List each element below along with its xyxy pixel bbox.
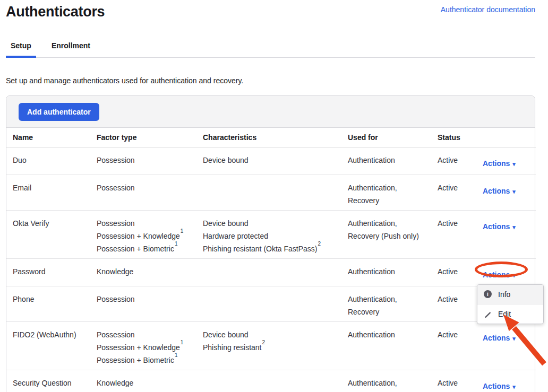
cell-line: Knowledge <box>97 265 196 278</box>
cell-factor-type: Knowledge <box>90 258 196 286</box>
cell-line: Device bound <box>203 217 341 230</box>
add-authenticator-button[interactable]: Add authenticator <box>19 103 99 121</box>
actions-dropdown-menu: Info Edit <box>477 284 544 324</box>
cell-status: Active <box>431 370 476 392</box>
tab-enrollment[interactable]: Enrollment <box>47 41 95 58</box>
column-header-actions <box>476 128 536 147</box>
tab-bar: Setup Enrollment <box>6 41 535 58</box>
cell-actions: Actions▾ <box>476 175 536 210</box>
chevron-down-icon: ▾ <box>512 335 516 342</box>
footnote-marker: 2 <box>318 241 321 247</box>
cell-line: Authentication <box>348 265 431 278</box>
column-header-used-for: Used for <box>341 128 431 147</box>
cell-line: Hardware protected <box>203 230 341 242</box>
cell-actions: Actions▾ Info Edit <box>476 258 536 286</box>
cell-line: Recovery <box>348 194 431 207</box>
actions-button-security-question[interactable]: Actions▾ <box>483 382 516 390</box>
cell-line: Possession <box>97 217 196 230</box>
footnote-marker: 1 <box>181 339 184 345</box>
cell-name: FIDO2 (WebAuthn) <box>6 321 90 370</box>
cell-used-for: Authentication,Recovery <box>341 370 431 392</box>
cell-line: Phishing resistant2 <box>203 341 341 354</box>
column-header-characteristics: Characteristics <box>196 128 341 147</box>
cell-status: Active <box>431 210 476 258</box>
dropdown-item-edit[interactable]: Edit <box>477 304 543 324</box>
cell-actions: Actions▾ <box>476 370 536 392</box>
table-header-row: Name Factor type Characteristics Used fo… <box>6 128 536 147</box>
cell-line: Device bound <box>203 154 341 167</box>
cell-characteristics <box>196 370 341 392</box>
cell-line: Possession + Knowledge1 <box>97 230 196 242</box>
table-row-email: EmailPossessionAuthentication,RecoveryAc… <box>6 175 536 210</box>
cell-characteristics <box>196 258 341 286</box>
cell-factor-type: Knowledge <box>90 370 196 392</box>
column-header-name: Name <box>6 128 90 147</box>
cell-actions: Actions▾ <box>476 147 536 175</box>
dropdown-item-edit-label: Edit <box>498 308 511 320</box>
cell-line: Possession <box>97 154 196 167</box>
cell-factor-type: Possession <box>90 286 196 321</box>
cell-status: Active <box>431 286 476 321</box>
actions-button-okta-verify[interactable]: Actions▾ <box>483 222 516 231</box>
cell-name: Okta Verify <box>6 210 90 258</box>
cell-used-for: Authentication <box>341 258 431 286</box>
cell-status: Active <box>431 147 476 175</box>
cell-line: Phishing resistant (Okta FastPass)2 <box>203 242 341 255</box>
authenticators-card: Add authenticator Name Factor type Chara… <box>6 95 535 392</box>
cell-used-for: Authentication,Recovery (Push only) <box>341 210 431 258</box>
chevron-down-icon: ▾ <box>512 161 516 167</box>
authenticators-page: Authenticators Authenticator documentati… <box>6 0 535 392</box>
cell-line: Knowledge <box>97 377 196 389</box>
cell-line: Possession <box>97 181 196 194</box>
cell-line: Recovery (Push only) <box>348 230 431 242</box>
page-header: Authenticators Authenticator documentati… <box>6 3 535 20</box>
cell-line: Device bound <box>203 328 341 341</box>
edit-icon <box>484 310 492 318</box>
cell-used-for: Authentication,Recovery <box>341 286 431 321</box>
cell-actions: Actions▾ <box>476 210 536 258</box>
footnote-marker: 1 <box>175 241 178 247</box>
page-description: Set up and manage authenticators used fo… <box>6 75 535 86</box>
cell-line: Possession + Biometric1 <box>97 242 196 255</box>
column-header-factor-type: Factor type <box>90 128 196 147</box>
authenticators-table: Name Factor type Characteristics Used fo… <box>6 128 536 392</box>
cell-characteristics: Device boundHardware protectedPhishing r… <box>196 210 341 258</box>
actions-button-password[interactable]: Actions▾ <box>483 271 516 279</box>
cell-line: Authentication <box>348 154 431 167</box>
chevron-down-icon: ▾ <box>512 272 516 278</box>
cell-factor-type: PossessionPossession + Knowledge1Possess… <box>90 210 196 258</box>
table-row-duo: DuoPossessionDevice boundAuthenticationA… <box>6 147 536 175</box>
cell-characteristics: Device bound <box>196 147 341 175</box>
footnote-marker: 1 <box>181 228 184 234</box>
authenticator-documentation-link[interactable]: Authenticator documentation <box>441 5 535 14</box>
cell-used-for: Authentication <box>341 147 431 175</box>
cell-line: Possession <box>97 293 196 306</box>
cell-name: Password <box>6 258 90 286</box>
actions-button-email[interactable]: Actions▾ <box>483 187 516 195</box>
cell-factor-type: PossessionPossession + Knowledge1Possess… <box>90 321 196 370</box>
cell-name: Email <box>6 175 90 210</box>
actions-button-fido2-webauthn[interactable]: Actions▾ <box>483 334 516 342</box>
cell-line: Authentication, <box>348 217 431 230</box>
cell-line: Authentication, <box>348 181 431 194</box>
column-header-status: Status <box>431 128 476 147</box>
dropdown-item-info[interactable]: Info <box>477 285 543 304</box>
footnote-marker: 1 <box>175 352 178 358</box>
table-row-fido2-webauthn: FIDO2 (WebAuthn)PossessionPossession + K… <box>6 321 536 370</box>
cell-characteristics <box>196 175 341 210</box>
cell-actions: Actions▾ <box>476 321 536 370</box>
table-row-password: PasswordKnowledgeAuthenticationActiveAct… <box>6 258 536 286</box>
cell-factor-type: Possession <box>90 147 196 175</box>
cell-line: Possession + Knowledge1 <box>97 341 196 354</box>
cell-characteristics <box>196 286 341 321</box>
cell-used-for: Authentication,Recovery <box>341 175 431 210</box>
chevron-down-icon: ▾ <box>512 224 516 230</box>
cell-name: Duo <box>6 147 90 175</box>
table-row-phone: PhonePossessionAuthentication,RecoveryAc… <box>6 286 536 321</box>
cell-status: Active <box>431 175 476 210</box>
table-row-security-question: Security QuestionKnowledgeAuthentication… <box>6 370 536 392</box>
actions-button-duo[interactable]: Actions▾ <box>483 159 516 168</box>
cell-line: Possession <box>97 328 196 341</box>
tab-setup[interactable]: Setup <box>6 41 36 58</box>
cell-used-for: Authentication <box>341 321 431 370</box>
